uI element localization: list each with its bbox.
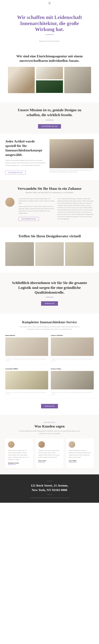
transform-avatar — [5, 198, 15, 207]
logistics-button[interactable]: Entfernen Sie — [41, 301, 58, 306]
footer-bottom: Copyright © 2024 All rights reserved. Pr… — [5, 497, 94, 499]
footer: 121 Rock Street, 21 Avenue, New York, NY… — [0, 474, 99, 502]
service-title: Kompletter Innenarchitektur-Service — [5, 320, 94, 324]
testimonial-card-3: "Augue interdum velit euismod in pellent… — [66, 438, 94, 468]
service-item-1-title: Innovationen — [5, 334, 48, 336]
service-item-3: Luxuriöse Möbel Sample text . Click to s… — [5, 368, 48, 399]
service-item-2-title: Unsere Arbeiten — [51, 334, 94, 336]
virtual-title: Treffen Sie Ihren Designberater virtuell — [5, 234, 94, 238]
architecture-section: Jeder Artikel wurde speziell für Ihr Inn… — [0, 134, 99, 180]
arch-grid: Jeder Artikel wurde speziell für Ihr Inn… — [5, 139, 94, 174]
about-col-1 — [8, 67, 35, 93]
service-item-2: Unsere Arbeiten Sample text . Click to s… — [51, 334, 94, 365]
service-sample-1[interactable]: Sample text . Click to select the text b… — [5, 357, 48, 365]
testimonial-text-1: "Viber ut porta accumsan lacus vel facil… — [8, 449, 30, 460]
footer-address-line1: 121 Rock Street, 21 Avenue, — [31, 484, 68, 487]
service-item-4-title: Unsere Vision — [51, 368, 94, 370]
transform-left-p2: Maecenas proin libero nisi consequat. Ma… — [19, 205, 55, 214]
arch-image-block: Wir bieten eine Einladung, Architektur u… — [49, 139, 94, 174]
service-desc: Lorem ipsum dolor sit amet, consectetur … — [17, 326, 82, 330]
logistics-title: Schließlich übernehmen wir für Sie die g… — [11, 280, 88, 295]
mission-section: Unsere Mission ist es, geniale Designs z… — [0, 102, 99, 134]
virtual-image-1 — [5, 242, 34, 266]
service-item-1: Innovationen Sample text . Click to sele… — [5, 334, 48, 365]
service-grid: Innovationen Sample text . Click to sele… — [5, 334, 94, 399]
transform-left-p1: Lorem ipsum dolor sit amet, consectetur … — [19, 198, 55, 204]
testimonial-role-1: Hausbesitzerin — [8, 464, 30, 465]
about-title: Wir sind eine Einrichtungsagentur mit ei… — [8, 54, 91, 63]
transform-right-p: Duis ac feugiat pretium nibh ipsum conse… — [57, 198, 94, 220]
transform-left-text: Lorem ipsum dolor sit amet, consectetur … — [19, 198, 55, 221]
logistics-divider — [46, 297, 53, 297]
service-section: Kompletter Innenarchitektur-Service Lore… — [0, 314, 99, 415]
about-image-3 — [36, 80, 63, 93]
virtual-image-3 — [65, 242, 94, 266]
arch-button[interactable]: ENTFERNEN SIE SIE — [5, 171, 26, 174]
footer-divider-2 — [47, 494, 52, 495]
testimonials-section: Referenzen Was Kunden sagen Wir legen gr… — [0, 415, 99, 474]
service-button[interactable]: Entfernen Sie — [41, 404, 58, 408]
testimonial-name-2: Klaus Weber — [38, 460, 61, 462]
testimonials-label: Referenzen — [5, 422, 94, 423]
transform-right-text: Duis ac feugiat pretium nibh ipsum conse… — [57, 198, 94, 220]
hero-subtitle: Reparatur. Einfach und schön. — [11, 40, 88, 42]
testimonials-subtitle: Wir legen großen Wert auf Ihre Meinung u… — [17, 430, 82, 434]
menu-icon[interactable]: ☰ — [48, 2, 51, 5]
service-image-2 — [51, 338, 94, 356]
about-image-2 — [36, 67, 63, 79]
about-col-2 — [36, 67, 63, 93]
testimonial-avatar-1 — [8, 441, 15, 448]
service-item-4: Unsere Vision Sample text . Click to sel… — [51, 368, 94, 399]
virtual-grid — [5, 242, 94, 266]
testimonial-avatar-2 — [38, 441, 45, 448]
testimonial-role-2: Hausbesitzer — [38, 462, 61, 463]
virtual-section: Treffen Sie Ihren Designberater virtuell — [0, 228, 99, 272]
transform-subtitle: Modernes Dekor, das Ihnen hilft, Ihr Tra… — [5, 192, 94, 194]
transform-header: Verwandeln Sie Ihr Haus in ein Zuhause M… — [5, 186, 94, 194]
hero-divider — [46, 34, 53, 35]
testimonials-grid: "Viber ut porta accumsan lacus vel facil… — [5, 438, 94, 468]
arch-body: Während des gesamten Designprozesses arb… — [5, 159, 46, 166]
arch-image — [49, 139, 94, 168]
service-sample-4[interactable]: Sample text . Click to select the text b… — [51, 391, 94, 399]
about-image-4 — [64, 67, 91, 93]
testimonial-card-1: "Viber ut porta accumsan lacus vel facil… — [5, 438, 33, 468]
arch-title: Jeder Artikel wurde speziell für Ihr Inn… — [5, 139, 46, 157]
about-image-grid — [8, 67, 91, 93]
testimonial-avatar-3 — [69, 441, 75, 448]
service-image-1 — [5, 338, 48, 356]
service-item-3-title: Luxuriöse Möbel — [5, 368, 48, 370]
hero-title: Wir schaffen mit Leidenschaft Innenarchi… — [11, 14, 88, 32]
testimonial-card-2: "Phasellus viverra nulla ut metus varius… — [36, 438, 63, 468]
service-sample-3[interactable]: Sample text . Click to select the text b… — [5, 391, 48, 399]
about-section: Wir sind eine Einrichtungsagentur mit ei… — [0, 52, 99, 102]
arch-caption: Wir bieten eine Einladung, Architektur u… — [49, 169, 94, 173]
testimonial-name-1: Magdalena Kuhn — [8, 462, 30, 464]
transform-content: Lorem ipsum dolor sit amet, consectetur … — [5, 198, 94, 221]
mission-button[interactable]: ENTFERNEN SIE SIE — [38, 124, 61, 128]
testimonials-title: Was Kunden sagen — [5, 424, 94, 428]
footer-address-line2: New York, NY 92103-9000 — [32, 488, 67, 492]
top-bar: ☰ — [0, 0, 99, 6]
testimonial-text-3: "Augue interdum velit euismod in pellent… — [69, 449, 91, 458]
testimonial-name-3: Anna Müller — [69, 460, 91, 462]
about-image-1 — [8, 67, 35, 93]
mission-divider — [46, 120, 53, 120]
footer-divider — [47, 481, 52, 481]
service-image-3 — [5, 371, 48, 390]
footer-address: 121 Rock Street, 21 Avenue, New York, NY… — [5, 483, 94, 492]
transform-title: Verwandeln Sie Ihr Haus in ein Zuhause — [5, 186, 94, 191]
testimonial-text-2: "Phasellus viverra nulla ut metus varius… — [38, 449, 61, 458]
service-sample-2[interactable]: Sample text . Click to select the text b… — [51, 357, 94, 365]
transform-section: Verwandeln Sie Ihr Haus in ein Zuhause M… — [0, 180, 99, 228]
virtual-image-2 — [35, 242, 64, 266]
arch-text-block: Jeder Artikel wurde speziell für Ihr Inn… — [5, 139, 49, 174]
transform-avatar-col — [5, 198, 16, 207]
testimonial-role-3: Hausbesitzerin — [69, 462, 91, 463]
about-col-3 — [64, 67, 91, 93]
logistics-section: Schließlich übernehmen wir für Sie die g… — [0, 272, 99, 314]
transform-button[interactable]: ENTFERNEN SIE SIE — [19, 217, 39, 221]
hero-section: Wir schaffen mit Leidenschaft Innenarchi… — [0, 6, 99, 52]
service-image-4 — [51, 371, 94, 390]
mission-title: Unsere Mission ist es, geniale Designs z… — [11, 108, 88, 117]
